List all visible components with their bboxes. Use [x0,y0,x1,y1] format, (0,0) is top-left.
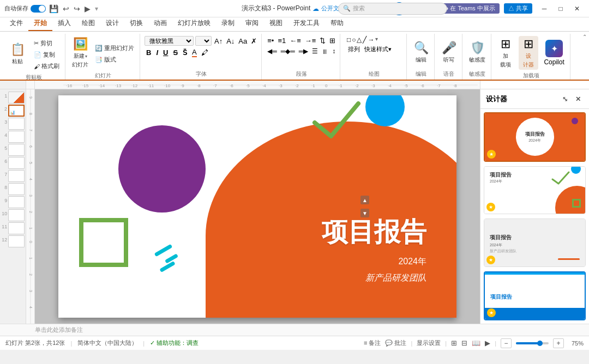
notes-button[interactable]: ≡ 备注 [364,339,381,347]
slide-preview-7[interactable] [8,170,25,182]
reuse-slide-button[interactable]: 🔄 重用幻灯片 [93,43,136,53]
cut-button[interactable]: ✂ 剪切 [32,38,62,48]
slide-thumb-12[interactable]: 12 [1,235,25,247]
list-number-icon[interactable]: ≡1 [277,36,287,45]
normal-view-icon[interactable]: ⊞ [451,339,457,347]
purple-circle-shape[interactable] [118,125,206,213]
zoom-slider[interactable] [516,342,549,344]
slide-thumb-9[interactable]: 9 [1,196,25,208]
tab-review[interactable]: 审阅 [240,16,264,31]
redo-icon[interactable]: ↪ [74,4,80,13]
slide-thumb-2[interactable]: 2 📊 [1,105,25,117]
minimize-button[interactable]: ─ [537,3,552,15]
slide-year[interactable]: 2024年 [398,256,426,268]
new-slide-button[interactable]: 🖼️ 新建 ▾ 幻灯片 [70,36,91,70]
speech-button[interactable]: 🎤 听写 [439,40,459,65]
paste-button[interactable]: 📋 粘贴 [5,41,29,66]
design-card-1[interactable]: 项目报告 2024年 ★ [484,112,586,162]
slide-layout-button[interactable]: 📑 版式 [93,54,136,65]
indent-increase-icon[interactable]: →≡ [304,36,317,45]
quick-style-btn[interactable]: 快速样式▾ [363,45,393,54]
slide-thumb-7[interactable]: 7 [1,170,25,182]
find-button[interactable]: 🔍 编辑 [411,40,431,65]
align-right-icon[interactable]: ═▶ [298,47,310,56]
triangle-shape[interactable]: △ [357,36,362,44]
zoom-level[interactable]: 75% [568,340,584,347]
close-button[interactable]: ✕ [569,3,585,15]
teams-button[interactable]: ● 在 Teams 中展示 [441,3,500,14]
slide-preview-12[interactable] [8,235,25,247]
zoom-in-button[interactable]: + [553,338,564,348]
tab-transitions[interactable]: 切换 [124,16,148,31]
highlight-btn[interactable]: 🖍 [200,48,209,57]
font-color-btn[interactable]: A [190,47,199,58]
design-card-4[interactable]: 项目报告 ★ [484,271,586,321]
display-settings-button[interactable]: 显示设置 [417,339,441,347]
slideshow-view-icon[interactable]: ▶ [485,339,490,347]
tab-draw[interactable]: 绘图 [76,16,100,31]
arrow-shape[interactable]: → [368,36,374,44]
slide-subtitle[interactable]: 新产品研发团队 [365,272,426,284]
rect-shape[interactable]: □ [347,36,351,44]
slide-thumb-1[interactable]: 1 [1,92,25,104]
slide-preview-6[interactable] [8,157,25,169]
share-button[interactable]: △ 共享 [504,3,532,14]
ribbon-collapse-button[interactable]: ⌃ [582,34,587,40]
cyan-circle-shape[interactable] [365,95,405,126]
align-center-icon[interactable]: ═◆═ [280,47,296,56]
canvas-area[interactable]: 项目报告 2024年 新产品研发团队 ▲ ▼ [35,89,480,324]
bold-button[interactable]: B [145,48,153,57]
restore-button[interactable]: □ [553,3,568,15]
slide-thumb-3[interactable]: 3 [1,118,25,130]
font-size-selector[interactable]: 24 [195,36,212,46]
copilot-button[interactable]: ✦ Copilot [542,39,566,67]
format-painter-button[interactable]: 🖌 格式刷 [32,61,62,71]
justify-icon[interactable]: ☰ [311,47,319,56]
sensitivity-button[interactable]: 🛡️ 敏感度 [467,40,488,65]
accessibility-status[interactable]: ✓ 辅助功能：调查 [150,339,199,347]
zoom-out-button[interactable]: − [501,338,512,348]
present-icon[interactable]: ▶ [85,4,91,13]
arrange-btn[interactable]: 排列 [347,45,361,54]
save-icon[interactable]: 💾 [49,4,58,13]
font-increase-icon[interactable]: A↑ [213,37,224,46]
slide-canvas[interactable]: 项目报告 2024年 新产品研发团队 [58,95,456,318]
tab-slideshow[interactable]: 幻灯片放映 [172,16,216,31]
tab-insert[interactable]: 插入 [52,16,76,31]
slide-thumb-11[interactable]: 11 [1,222,25,234]
tab-view[interactable]: 视图 [264,16,288,31]
comments-button[interactable]: 💬 批注 [385,339,406,347]
green-rect-shape[interactable] [79,218,128,267]
slide-preview-4[interactable] [8,131,25,143]
strikethrough-button[interactable]: S [171,48,179,57]
autosave-toggle[interactable] [31,5,46,13]
col-icon[interactable]: ⫼ [321,47,329,56]
line-spacing-icon[interactable]: ↕ [331,47,336,56]
line-shape[interactable]: ╱ [363,36,366,44]
slide-thumb-4[interactable]: 4 [1,131,25,143]
shadow-button[interactable]: S̈ [181,48,189,57]
green-chevron-shape[interactable] [309,98,364,142]
tab-devtools[interactable]: 开发工具 [288,16,325,31]
tab-animations[interactable]: 动画 [148,16,172,31]
slide-preview-3[interactable] [8,118,25,130]
text-direction-icon[interactable]: ⇅ [318,36,327,45]
tab-record[interactable]: 录制 [216,16,240,31]
slide-thumb-6[interactable]: 6 [1,157,25,169]
slide-preview-5[interactable] [8,144,25,156]
convert-smartart-icon[interactable]: ⊞ [328,36,336,45]
copy-button[interactable]: 📄 复制 [32,50,62,60]
slide-preview-11[interactable] [8,222,25,234]
reading-view-icon[interactable]: 📖 [472,339,480,347]
undo-icon[interactable]: ↩ [63,4,69,13]
designer-close-button[interactable]: ✕ [573,94,584,105]
slide-preview-9[interactable] [8,196,25,208]
designer-expand-button[interactable]: ⤡ [560,94,570,105]
slide-preview-1[interactable] [8,92,25,104]
more-shapes[interactable]: ▾ [375,36,378,44]
tab-file[interactable]: 文件 [4,16,28,31]
italic-button[interactable]: I [154,48,160,57]
tab-design[interactable]: 设计 [100,16,124,31]
slide-sorter-icon[interactable]: ⊟ [461,339,467,347]
notes-placeholder[interactable]: 单击此处添加备注 [35,326,83,334]
